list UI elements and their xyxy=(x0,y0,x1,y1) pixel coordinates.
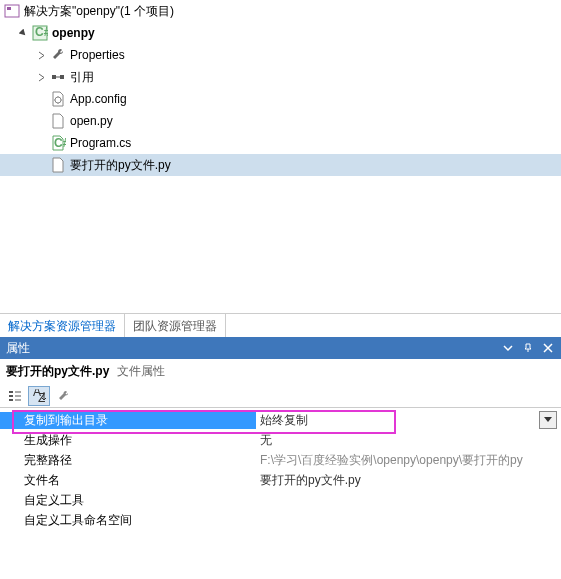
properties-filename: 要打开的py文件.py xyxy=(6,364,109,378)
tab-team-explorer[interactable]: 团队资源管理器 xyxy=(125,314,226,337)
categorized-button[interactable] xyxy=(4,386,26,406)
references-label: 引用 xyxy=(70,69,94,86)
svg-rect-13 xyxy=(15,395,21,397)
wrench-button[interactable] xyxy=(52,386,74,406)
openpy-file-node[interactable]: open.py xyxy=(0,110,561,132)
prop-name: 自定义工具命名空间 xyxy=(0,512,256,529)
solution-node[interactable]: 解决方案"openpy"(1 个项目) xyxy=(0,0,561,22)
svg-rect-5 xyxy=(60,75,64,79)
svg-text:C#: C# xyxy=(54,136,66,150)
programcs-label: Program.cs xyxy=(70,136,131,150)
alphabetical-button[interactable]: AZ xyxy=(28,386,50,406)
prop-row-full-path[interactable]: 完整路径 F:\学习\百度经验实例\openpy\openpy\要打开的py xyxy=(0,450,561,470)
solution-explorer-panel: 解决方案"openpy"(1 个项目) C# openpy Properties… xyxy=(0,0,561,313)
openpy-label: open.py xyxy=(70,114,113,128)
file-icon xyxy=(50,157,66,173)
svg-rect-0 xyxy=(5,5,19,17)
file-icon xyxy=(50,113,66,129)
solution-label: 解决方案"openpy"(1 个项目) xyxy=(24,3,174,20)
wrench-icon xyxy=(50,47,66,63)
project-label: openpy xyxy=(52,26,95,40)
csharp-project-icon: C# xyxy=(32,25,48,41)
prop-name: 完整路径 xyxy=(0,452,256,469)
prop-value: F:\学习\百度经验实例\openpy\openpy\要打开的py xyxy=(256,452,561,469)
targetpy-file-node[interactable]: 要打开的py文件.py xyxy=(0,154,561,176)
svg-rect-10 xyxy=(9,395,13,397)
svg-rect-12 xyxy=(15,391,21,393)
properties-header: 属性 xyxy=(0,337,561,359)
prop-row-custom-tool[interactable]: 自定义工具 xyxy=(0,490,561,510)
properties-subject: 要打开的py文件.py 文件属性 xyxy=(0,359,561,384)
svg-rect-9 xyxy=(9,391,13,393)
svg-rect-11 xyxy=(9,399,13,401)
properties-toolbar: AZ xyxy=(0,384,561,408)
references-icon xyxy=(50,69,66,85)
appconfig-node[interactable]: App.config xyxy=(0,88,561,110)
close-icon[interactable] xyxy=(541,341,555,355)
pin-icon[interactable] xyxy=(521,341,535,355)
tab-solution-explorer[interactable]: 解决方案资源管理器 xyxy=(0,314,125,337)
dropdown-button[interactable] xyxy=(539,411,557,429)
csharp-file-icon: C# xyxy=(50,135,66,151)
properties-filetype: 文件属性 xyxy=(117,364,165,378)
references-node[interactable]: 引用 xyxy=(0,66,561,88)
prop-name: 自定义工具 xyxy=(0,492,256,509)
properties-title: 属性 xyxy=(6,340,495,357)
appconfig-label: App.config xyxy=(70,92,127,106)
expander-open-icon[interactable] xyxy=(18,28,28,38)
prop-row-build-action[interactable]: 生成操作 无 xyxy=(0,430,561,450)
bottom-tabstrip: 解决方案资源管理器 团队资源管理器 xyxy=(0,313,561,337)
properties-label: Properties xyxy=(70,48,125,62)
prop-name: 生成操作 xyxy=(0,432,256,449)
prop-name: 复制到输出目录 xyxy=(0,412,256,429)
targetpy-label: 要打开的py文件.py xyxy=(70,157,171,174)
config-file-icon xyxy=(50,91,66,107)
properties-node[interactable]: Properties xyxy=(0,44,561,66)
prop-row-copy-to-output[interactable]: 复制到输出目录 始终复制 xyxy=(0,410,561,430)
expander-closed-icon[interactable] xyxy=(36,50,46,60)
prop-name: 文件名 xyxy=(0,472,256,489)
prop-row-file-name[interactable]: 文件名 要打开的py文件.py xyxy=(0,470,561,490)
dropdown-icon[interactable] xyxy=(501,341,515,355)
property-grid: 复制到输出目录 始终复制 生成操作 无 完整路径 F:\学习\百度经验实例\op… xyxy=(0,408,561,530)
prop-value[interactable]: 始终复制 xyxy=(256,412,539,429)
svg-rect-14 xyxy=(15,399,21,401)
svg-rect-4 xyxy=(52,75,56,79)
prop-value[interactable]: 要打开的py文件.py xyxy=(256,472,561,489)
svg-rect-1 xyxy=(7,7,11,10)
prop-row-custom-tool-ns[interactable]: 自定义工具命名空间 xyxy=(0,510,561,530)
project-node[interactable]: C# openpy xyxy=(0,22,561,44)
svg-text:C#: C# xyxy=(35,25,48,39)
expander-closed-icon[interactable] xyxy=(36,72,46,82)
solution-icon xyxy=(4,3,20,19)
programcs-node[interactable]: C# Program.cs xyxy=(0,132,561,154)
prop-value[interactable]: 无 xyxy=(256,432,561,449)
